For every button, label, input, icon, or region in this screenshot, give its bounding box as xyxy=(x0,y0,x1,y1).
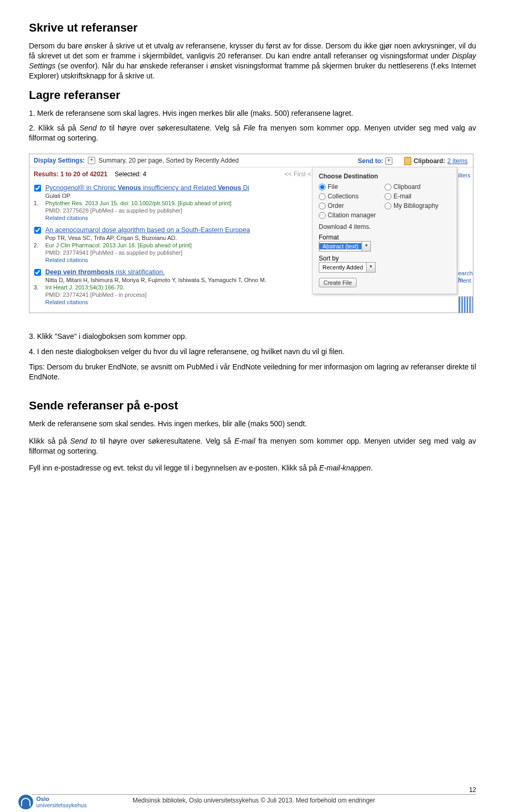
display-settings-value: Summary, 20 per page, Sorted by Recently… xyxy=(98,157,239,164)
item-checkbox[interactable] xyxy=(34,269,41,276)
result-author: Gulati OP. xyxy=(45,193,249,199)
logo-text: Oslo universitetssykehus xyxy=(36,796,87,808)
result-title-link[interactable]: Deep vein thrombosis risk stratification… xyxy=(45,268,266,276)
hospital-logo: Oslo universitetssykehus xyxy=(18,795,87,809)
display-settings-label[interactable]: Display Settings: xyxy=(34,157,85,164)
related-citations-link[interactable]: Related citations xyxy=(45,215,249,221)
send-to-panel: Choose Destination File Clipboard Collec… xyxy=(312,167,457,294)
result-title-link[interactable]: An acenocoumarol dose algorithm based on… xyxy=(45,226,250,234)
paragraph-sende-2: Klikk så på Send to til høyre over søker… xyxy=(29,436,476,456)
related-citations-link[interactable]: Related citations xyxy=(45,299,266,305)
step-2: 2. Klikk så på Send to til høyre over sø… xyxy=(29,123,476,143)
text: 2. Klikk så på xyxy=(29,124,79,132)
related-citations-link[interactable]: Related citations xyxy=(45,257,250,263)
step-3: 3. Klikk "Save" i dialogboksen som komme… xyxy=(29,332,476,342)
send-to-link[interactable]: Send to: xyxy=(358,157,383,165)
radio-email[interactable]: E-mail xyxy=(385,193,450,200)
clipboard-icon[interactable] xyxy=(404,157,411,165)
paragraph-sende-3: Fyll inn e-postadresse og evt. tekst du … xyxy=(29,463,476,473)
text: Klikk så på xyxy=(29,437,70,445)
heading-lagre: Lagre referanser xyxy=(29,88,476,102)
chevron-down-icon[interactable]: ▾ xyxy=(385,157,392,165)
radio-input[interactable] xyxy=(319,193,326,200)
radio-input[interactable] xyxy=(385,203,391,209)
text: Dersom du bare ønsker å skrive ut et utv… xyxy=(29,42,476,60)
chevron-down-icon[interactable]: ▾ xyxy=(88,157,95,164)
paragraph-skrive-ut: Dersom du bare ønsker å skrive ut et utv… xyxy=(29,41,476,81)
radio-input[interactable] xyxy=(385,193,391,200)
topbar: Display Settings: ▾ Summary, 20 per page… xyxy=(29,154,473,167)
sort-label: Sort by xyxy=(319,255,450,262)
result-author: Nitta D, Mitani H, Ishimura R, Moriya R,… xyxy=(45,277,266,283)
item-number: 2. xyxy=(34,242,41,248)
radio-collections[interactable]: Collections xyxy=(319,193,385,200)
page-footer: Medisinsk bibliotek, Oslo universitetssy… xyxy=(32,794,476,804)
format-label: Format xyxy=(319,234,450,241)
logo-icon xyxy=(18,795,33,809)
text-italic: Send to xyxy=(70,437,97,445)
logo-line-1: Oslo xyxy=(36,796,49,802)
format-select[interactable]: Abstract (text)▼ xyxy=(319,241,371,252)
heading-skrive-ut: Skrive ut referanser xyxy=(29,21,476,35)
text: til høyre over søkeresultatene. Velg så xyxy=(97,437,235,445)
radio-clipboard[interactable]: Clipboard xyxy=(385,183,450,191)
paragraph-sende-1: Merk de referansene som skal sendes. Hvi… xyxy=(29,419,476,429)
download-message: Download 4 items. xyxy=(319,223,450,230)
step-1: 1. Merk de referansene som skal lagres. … xyxy=(29,108,476,118)
text: (se ovenfor). Når du har ønskede referan… xyxy=(29,62,476,80)
page-number: 12 xyxy=(469,786,476,794)
item-checkbox[interactable] xyxy=(34,227,41,234)
result-pmid: PMID: 23775628 [PubMed - as supplied by … xyxy=(45,207,249,214)
result-source: Eur J Clin Pharmacol. 2013 Jun 18. [Epub… xyxy=(45,242,250,248)
create-file-button[interactable]: Create File xyxy=(319,278,357,287)
radio-order[interactable]: Order xyxy=(319,202,385,209)
item-checkbox[interactable] xyxy=(34,185,41,192)
radio-input[interactable] xyxy=(319,203,326,209)
radio-bibliography[interactable]: My Bibliography xyxy=(385,202,450,209)
result-source: Int Heart J. 2013;54(3):166-70. xyxy=(45,284,266,290)
destination-radio-group: File Clipboard Collections E-mail Order … xyxy=(319,183,450,219)
radio-citation-manager[interactable]: Citation manager xyxy=(319,212,385,219)
text: til høyre over søkeresultatene. Velg så xyxy=(106,124,243,132)
footer-text: Medisinsk bibliotek, Oslo universitetssy… xyxy=(133,797,375,804)
radio-input[interactable] xyxy=(319,184,326,191)
text: . xyxy=(371,464,373,472)
selected-count: Selected: 4 xyxy=(115,171,146,178)
result-title-link[interactable]: Pycnogenol® in Chronic Venous insufficie… xyxy=(45,184,249,192)
result-pmid: PMID: 23774241 [PubMed - in process] xyxy=(45,292,266,298)
dropdown-icon[interactable]: ▼ xyxy=(366,263,375,272)
radio-input[interactable] xyxy=(319,212,326,219)
radio-input[interactable] xyxy=(385,184,391,191)
result-pmid: PMID: 23774941 [PubMed - as supplied by … xyxy=(45,249,250,256)
sort-select[interactable]: Recently Added▼ xyxy=(319,262,376,273)
clipboard-label: Clipboard: xyxy=(413,157,445,165)
logo-line-2: universitetssykehus xyxy=(36,802,87,808)
heading-sende: Sende referanser på e-post xyxy=(29,399,476,413)
results-count: Results: 1 to 20 of 42021 xyxy=(34,171,107,178)
result-author: Pop TR, Vesa SC, Trifa AP, Crişan S, Buz… xyxy=(45,235,250,241)
clipboard-count-link[interactable]: 2 items xyxy=(447,157,468,165)
dropdown-icon[interactable]: ▼ xyxy=(361,242,370,251)
text-italic: File xyxy=(244,124,256,132)
panel-heading: Choose Destination xyxy=(319,173,450,180)
result-source: Phytother Res. 2013 Jun 15. doi: 10.1002… xyxy=(45,200,249,206)
tips-paragraph: Tips: Dersom du bruker EndNote, se avsni… xyxy=(29,362,476,382)
radio-file[interactable]: File xyxy=(319,183,385,191)
text-italic: Send to xyxy=(79,124,106,132)
item-number: 3. xyxy=(34,284,41,290)
pubmed-screenshot: Display Settings: ▾ Summary, 20 per page… xyxy=(29,154,473,313)
item-number: 1. xyxy=(34,200,41,206)
text-italic: E-mail-knappen xyxy=(319,464,371,472)
text-italic: E-mail xyxy=(234,437,255,445)
step-4: 4. I den neste dialogboksen velger du hv… xyxy=(29,347,476,357)
text: Fyll inn e-postadresse og evt. tekst du … xyxy=(29,464,319,472)
